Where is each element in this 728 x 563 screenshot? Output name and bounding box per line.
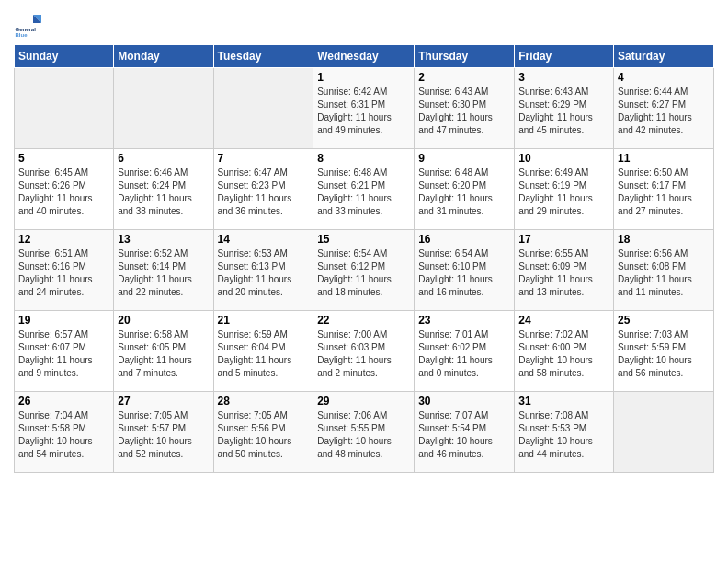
calendar-cell: 8Sunrise: 6:48 AM Sunset: 6:21 PM Daylig… xyxy=(313,149,415,230)
calendar-cell: 19Sunrise: 6:57 AM Sunset: 6:07 PM Dayli… xyxy=(15,311,114,392)
svg-text:Blue: Blue xyxy=(16,32,28,37)
day-number: 7 xyxy=(218,152,310,165)
day-info: Sunrise: 6:54 AM Sunset: 6:10 PM Dayligh… xyxy=(418,247,510,299)
day-number: 1 xyxy=(317,71,410,84)
weekday-header: Saturday xyxy=(614,45,714,68)
calendar-cell: 17Sunrise: 6:55 AM Sunset: 6:09 PM Dayli… xyxy=(515,230,614,311)
day-number: 24 xyxy=(518,314,609,327)
day-info: Sunrise: 6:44 AM Sunset: 6:27 PM Dayligh… xyxy=(618,86,710,137)
day-number: 17 xyxy=(518,233,609,246)
day-info: Sunrise: 6:59 AM Sunset: 6:04 PM Dayligh… xyxy=(218,328,310,380)
page-container: General Blue SundayMondayTuesdayWednesda… xyxy=(0,0,728,477)
day-number: 25 xyxy=(618,314,710,327)
day-number: 21 xyxy=(218,314,310,327)
weekday-header: Thursday xyxy=(415,45,515,68)
day-number: 20 xyxy=(118,314,209,327)
calendar-week-row: 5Sunrise: 6:45 AM Sunset: 6:26 PM Daylig… xyxy=(15,149,714,230)
day-info: Sunrise: 6:50 AM Sunset: 6:17 PM Dayligh… xyxy=(618,167,710,218)
day-info: Sunrise: 7:08 AM Sunset: 5:53 PM Dayligh… xyxy=(518,409,609,461)
day-info: Sunrise: 7:03 AM Sunset: 5:59 PM Dayligh… xyxy=(618,328,710,380)
calendar-cell: 1Sunrise: 6:42 AM Sunset: 6:31 PM Daylig… xyxy=(313,68,415,149)
day-info: Sunrise: 6:48 AM Sunset: 6:21 PM Dayligh… xyxy=(317,167,410,218)
day-info: Sunrise: 7:04 AM Sunset: 5:58 PM Dayligh… xyxy=(18,409,109,461)
day-number: 27 xyxy=(118,395,209,408)
day-number: 26 xyxy=(18,395,109,408)
day-info: Sunrise: 7:02 AM Sunset: 6:00 PM Dayligh… xyxy=(518,328,609,380)
calendar-cell: 30Sunrise: 7:07 AM Sunset: 5:54 PM Dayli… xyxy=(415,392,515,473)
day-info: Sunrise: 6:55 AM Sunset: 6:09 PM Dayligh… xyxy=(518,247,609,299)
weekday-header: Sunday xyxy=(15,45,114,68)
day-info: Sunrise: 7:05 AM Sunset: 5:56 PM Dayligh… xyxy=(218,409,310,461)
day-number: 2 xyxy=(418,71,510,84)
day-info: Sunrise: 6:46 AM Sunset: 6:24 PM Dayligh… xyxy=(118,167,209,218)
day-number: 12 xyxy=(18,233,109,246)
calendar-week-row: 1Sunrise: 6:42 AM Sunset: 6:31 PM Daylig… xyxy=(15,68,714,149)
day-info: Sunrise: 6:52 AM Sunset: 6:14 PM Dayligh… xyxy=(118,247,209,299)
weekday-header: Wednesday xyxy=(313,45,415,68)
day-number: 5 xyxy=(18,152,109,165)
day-info: Sunrise: 6:53 AM Sunset: 6:13 PM Dayligh… xyxy=(218,247,310,299)
weekday-header: Friday xyxy=(515,45,614,68)
day-number: 6 xyxy=(118,152,209,165)
day-number: 16 xyxy=(418,233,510,246)
day-info: Sunrise: 6:48 AM Sunset: 6:20 PM Dayligh… xyxy=(418,167,510,218)
day-number: 11 xyxy=(618,152,710,165)
day-info: Sunrise: 6:54 AM Sunset: 6:12 PM Dayligh… xyxy=(317,247,410,299)
day-number: 14 xyxy=(218,233,310,246)
day-number: 13 xyxy=(118,233,209,246)
day-number: 18 xyxy=(618,233,710,246)
weekday-header: Tuesday xyxy=(213,45,313,68)
day-info: Sunrise: 7:06 AM Sunset: 5:55 PM Dayligh… xyxy=(317,409,410,461)
calendar-cell: 13Sunrise: 6:52 AM Sunset: 6:14 PM Dayli… xyxy=(114,230,213,311)
day-number: 10 xyxy=(518,152,609,165)
calendar-cell: 4Sunrise: 6:44 AM Sunset: 6:27 PM Daylig… xyxy=(614,68,714,149)
calendar-cell: 28Sunrise: 7:05 AM Sunset: 5:56 PM Dayli… xyxy=(213,392,313,473)
day-info: Sunrise: 7:01 AM Sunset: 6:02 PM Dayligh… xyxy=(418,328,510,380)
calendar-cell: 12Sunrise: 6:51 AM Sunset: 6:16 PM Dayli… xyxy=(15,230,114,311)
day-number: 28 xyxy=(218,395,310,408)
day-number: 4 xyxy=(618,71,710,84)
svg-text:General: General xyxy=(16,27,37,32)
calendar-cell: 22Sunrise: 7:00 AM Sunset: 6:03 PM Dayli… xyxy=(313,311,415,392)
day-info: Sunrise: 6:47 AM Sunset: 6:23 PM Dayligh… xyxy=(218,167,310,218)
calendar-cell: 9Sunrise: 6:48 AM Sunset: 6:20 PM Daylig… xyxy=(415,149,515,230)
calendar-cell: 5Sunrise: 6:45 AM Sunset: 6:26 PM Daylig… xyxy=(15,149,114,230)
calendar-cell: 16Sunrise: 6:54 AM Sunset: 6:10 PM Dayli… xyxy=(415,230,515,311)
calendar-cell: 31Sunrise: 7:08 AM Sunset: 5:53 PM Dayli… xyxy=(515,392,614,473)
calendar-cell: 29Sunrise: 7:06 AM Sunset: 5:55 PM Dayli… xyxy=(313,392,415,473)
day-number: 22 xyxy=(317,314,410,327)
day-info: Sunrise: 7:05 AM Sunset: 5:57 PM Dayligh… xyxy=(118,409,209,461)
calendar-cell: 7Sunrise: 6:47 AM Sunset: 6:23 PM Daylig… xyxy=(213,149,313,230)
day-number: 3 xyxy=(518,71,609,84)
header: General Blue xyxy=(14,9,714,37)
calendar-cell xyxy=(114,68,213,149)
day-info: Sunrise: 6:42 AM Sunset: 6:31 PM Dayligh… xyxy=(317,86,410,137)
calendar-cell xyxy=(15,68,114,149)
day-number: 9 xyxy=(418,152,510,165)
calendar-cell: 26Sunrise: 7:04 AM Sunset: 5:58 PM Dayli… xyxy=(15,392,114,473)
calendar-cell: 11Sunrise: 6:50 AM Sunset: 6:17 PM Dayli… xyxy=(614,149,714,230)
calendar-cell: 23Sunrise: 7:01 AM Sunset: 6:02 PM Dayli… xyxy=(415,311,515,392)
day-info: Sunrise: 6:43 AM Sunset: 6:29 PM Dayligh… xyxy=(518,86,609,137)
calendar-cell: 25Sunrise: 7:03 AM Sunset: 5:59 PM Dayli… xyxy=(614,311,714,392)
calendar-week-row: 12Sunrise: 6:51 AM Sunset: 6:16 PM Dayli… xyxy=(15,230,714,311)
day-number: 15 xyxy=(317,233,410,246)
day-number: 19 xyxy=(18,314,109,327)
day-number: 30 xyxy=(418,395,510,408)
calendar-cell: 3Sunrise: 6:43 AM Sunset: 6:29 PM Daylig… xyxy=(515,68,614,149)
calendar-cell: 2Sunrise: 6:43 AM Sunset: 6:30 PM Daylig… xyxy=(415,68,515,149)
logo: General Blue xyxy=(14,9,43,37)
calendar-cell: 14Sunrise: 6:53 AM Sunset: 6:13 PM Dayli… xyxy=(213,230,313,311)
calendar-cell: 20Sunrise: 6:58 AM Sunset: 6:05 PM Dayli… xyxy=(114,311,213,392)
day-info: Sunrise: 7:07 AM Sunset: 5:54 PM Dayligh… xyxy=(418,409,510,461)
calendar-week-row: 26Sunrise: 7:04 AM Sunset: 5:58 PM Dayli… xyxy=(15,392,714,473)
calendar-header-row: SundayMondayTuesdayWednesdayThursdayFrid… xyxy=(15,45,714,68)
calendar-cell xyxy=(614,392,714,473)
calendar-cell xyxy=(213,68,313,149)
day-info: Sunrise: 6:58 AM Sunset: 6:05 PM Dayligh… xyxy=(118,328,209,380)
day-info: Sunrise: 6:49 AM Sunset: 6:19 PM Dayligh… xyxy=(518,167,609,218)
day-info: Sunrise: 6:43 AM Sunset: 6:30 PM Dayligh… xyxy=(418,86,510,137)
day-number: 8 xyxy=(317,152,410,165)
logo-icon: General Blue xyxy=(14,9,41,37)
calendar-cell: 21Sunrise: 6:59 AM Sunset: 6:04 PM Dayli… xyxy=(213,311,313,392)
